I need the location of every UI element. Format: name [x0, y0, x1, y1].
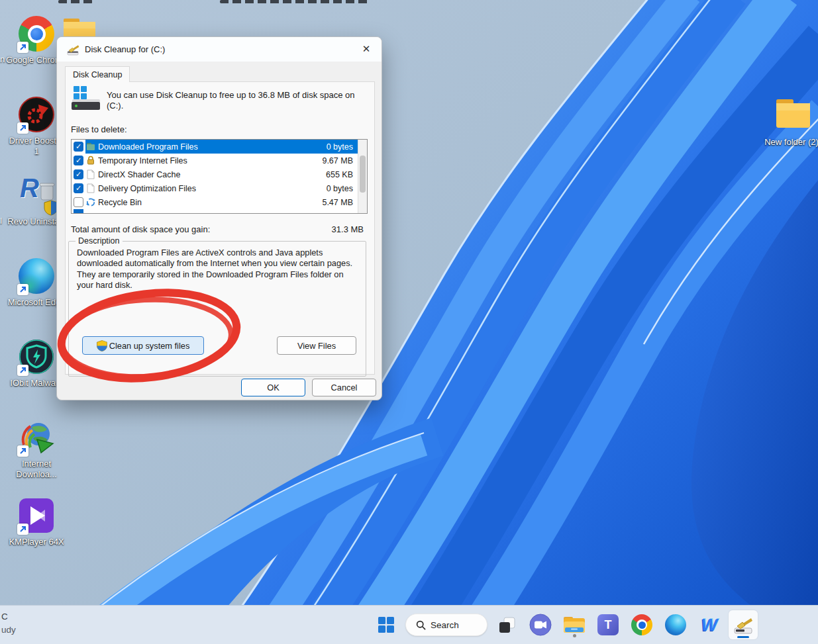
lock-icon: [85, 156, 96, 165]
file-item-name: Delivery Optimization Files: [98, 184, 327, 193]
file-item-name: Recycle Bin: [98, 198, 322, 207]
chrome-icon: [631, 614, 652, 635]
teams-button[interactable]: T: [593, 610, 623, 639]
file-item-size: 0 bytes: [327, 142, 353, 152]
shortcut-arrow-icon: [17, 284, 28, 295]
file-item-name: Downloaded Program Files: [98, 142, 327, 152]
disk-cleanup-icon: [66, 43, 79, 56]
files-to-delete-label: Files to delete:: [71, 124, 127, 134]
scrollbar[interactable]: [358, 140, 367, 213]
desktop-icon-label: New folder (2): [764, 137, 818, 148]
task-view-icon: [498, 616, 516, 634]
checkbox-checked[interactable]: ✓: [74, 169, 83, 179]
edge-button[interactable]: [661, 610, 690, 639]
list-item[interactable]: ✓ Downloaded Program Files 0 bytes: [72, 140, 367, 154]
description-text: Downloaded Program Files are ActiveX con…: [77, 248, 359, 291]
dialog-title: Disk Cleanup for (C:): [85, 44, 165, 54]
shortcut-arrow-icon: [17, 524, 28, 535]
disk-cleanup-dialog: Disk Cleanup for (C:) ✕ Disk Cleanup You…: [56, 36, 382, 400]
recycle-icon: [85, 197, 96, 207]
shortcut-arrow-icon: [17, 445, 28, 457]
file-item-name: Temporary Internet Files: [98, 156, 322, 165]
revo-uninstaller-icon: R: [20, 173, 39, 203]
tab-disk-cleanup[interactable]: Disk Cleanup: [65, 66, 130, 82]
chat-icon: [529, 614, 552, 636]
file-icon: [85, 169, 96, 179]
dialog-titlebar[interactable]: Disk Cleanup for (C:) ✕: [57, 37, 382, 62]
file-item-name: DirectX Shader Cache: [98, 170, 326, 179]
desktop-icon-kmplayer[interactable]: KMPlayer 64X: [0, 498, 73, 547]
condition-fragment: udy: [1, 623, 16, 637]
file-explorer-icon: [563, 616, 586, 634]
file-item-size: 5.47 MB: [322, 198, 353, 207]
folder-icon: [774, 98, 812, 131]
desktop-icon-label: IObit Malwa...: [10, 378, 62, 389]
file-icon: [85, 183, 96, 193]
shortcut-arrow-icon: [17, 365, 28, 376]
list-item[interactable]: Recycle Bin 5.47 MB: [72, 195, 367, 209]
disk-cleanup-taskbar-button[interactable]: [729, 610, 758, 639]
temperature-fragment: C: [1, 610, 16, 623]
clean-up-system-files-label: Clean up system files: [109, 341, 190, 351]
clipped-desktop-label: [58, 0, 93, 3]
task-view-button[interactable]: [492, 610, 521, 639]
desktop-icon-label: Internet Downloa...: [6, 459, 67, 481]
intro-text: You can use Disk Cleanup to free up to 3…: [107, 90, 366, 112]
file-explorer-button[interactable]: [560, 610, 589, 639]
uac-shield-icon: [97, 340, 107, 351]
file-item-size: 9.67 MB: [322, 156, 353, 165]
windows-logo-icon: [378, 616, 395, 633]
shortcut-arrow-icon: [17, 42, 28, 53]
active-window-indicator: [737, 636, 749, 638]
clipped-desktop-label: [220, 0, 370, 3]
file-item-size: 655 KB: [326, 170, 353, 179]
disk-cleanup-tab-page: You can use Disk Cleanup to free up to 3…: [65, 81, 375, 375]
close-icon[interactable]: ✕: [355, 39, 378, 59]
scrollbar-thumb[interactable]: [360, 156, 366, 193]
list-item[interactable]: ✓ Delivery Optimization Files 0 bytes: [72, 181, 367, 195]
clean-up-system-files-button[interactable]: Clean up system files: [82, 336, 204, 355]
checkbox-unchecked[interactable]: [74, 197, 83, 207]
disk-cleanup-icon: [733, 614, 754, 635]
chat-button[interactable]: [526, 610, 555, 639]
chrome-button[interactable]: [627, 610, 656, 639]
list-item-partial[interactable]: [72, 209, 367, 214]
search-label: Search: [431, 620, 459, 630]
list-item[interactable]: ✓ Temporary Internet Files 9.67 MB: [72, 154, 367, 167]
search-icon: [416, 620, 426, 630]
cancel-button[interactable]: Cancel: [312, 379, 376, 396]
total-gain-label: Total amount of disk space you gain:: [71, 224, 210, 234]
list-item[interactable]: ✓ DirectX Shader Cache 655 KB: [72, 167, 367, 181]
shortcut-arrow-icon: [17, 122, 28, 134]
view-files-button[interactable]: View Files: [277, 336, 356, 355]
edge-icon: [665, 614, 686, 635]
disk-drive-icon: [71, 86, 101, 111]
checkbox-checked: [74, 209, 83, 214]
total-gain-value: 31.3 MB: [332, 224, 364, 234]
checkbox-checked[interactable]: ✓: [74, 156, 83, 165]
trash-can-icon: [38, 181, 56, 201]
files-listbox[interactable]: ✓ Downloaded Program Files 0 bytes ✓ Tem…: [71, 139, 368, 214]
checkbox-checked[interactable]: ✓: [74, 183, 83, 193]
checkbox-checked[interactable]: ✓: [74, 142, 83, 152]
start-button[interactable]: [372, 610, 401, 639]
file-item-size: 0 bytes: [327, 184, 353, 193]
search-box[interactable]: Search: [405, 614, 487, 636]
wps-office-button[interactable]: W: [695, 610, 724, 639]
ok-button[interactable]: OK: [241, 379, 305, 396]
desktop-icon-label: KMPlayer 64X: [9, 537, 64, 547]
desktop-icon-new-folder-2[interactable]: New folder (2): [755, 98, 818, 148]
desktop-icon-internet-download-manager[interactable]: Internet Downloa...: [0, 420, 73, 481]
taskbar: C udy Search: [0, 605, 818, 644]
weather-widget-fragment[interactable]: C udy: [1, 610, 16, 636]
folder-icon: [85, 142, 96, 152]
wps-office-icon: W: [701, 615, 718, 635]
teams-icon: T: [597, 614, 619, 635]
running-indicator: [573, 634, 576, 637]
description-legend: Description: [76, 236, 123, 246]
description-groupbox: Description Downloaded Program Files are…: [68, 241, 366, 377]
